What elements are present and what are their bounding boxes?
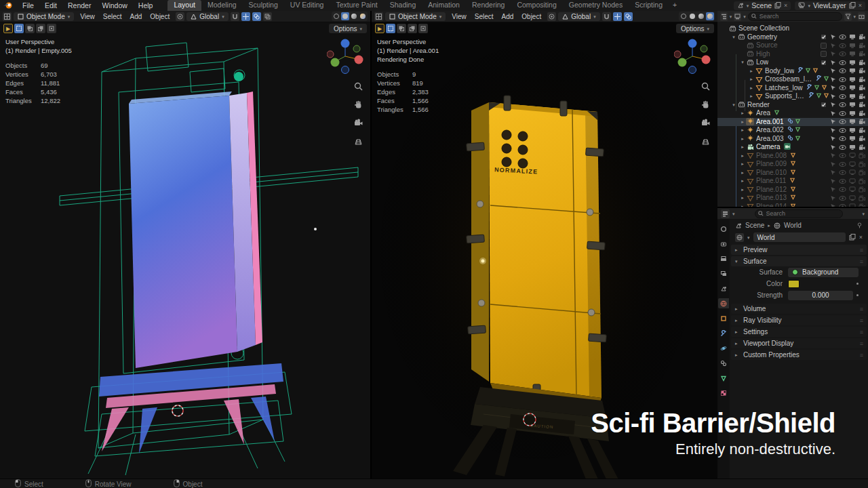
snap-magnet-icon[interactable] [602,12,611,21]
panel-drag-handle[interactable]: ≡ [860,352,863,359]
hide-toggle-icon[interactable] [839,84,846,92]
workspace-tab-modeling[interactable]: Modeling [201,0,243,11]
proportional-edit-icon[interactable] [547,12,556,21]
new-scene-icon[interactable] [774,2,781,9]
viewport-disable-toggle-icon[interactable] [848,195,856,202]
browse-world-icon[interactable] [735,233,744,242]
render-disable-toggle-icon[interactable] [858,195,865,202]
hide-toggle-icon[interactable] [839,169,846,176]
disclosure-triangle[interactable]: ▾ [730,101,737,110]
outliner-row-plane-013[interactable]: ▸Plane.013 [717,194,868,203]
new-view-layer-icon[interactable] [849,2,856,9]
selectable-toggle-icon[interactable] [829,59,837,66]
disclosure-triangle[interactable]: ▸ [748,84,755,93]
properties-tab-world-icon[interactable] [718,298,729,308]
viewport-menu-item[interactable]: Select [99,13,126,20]
exclude-checkbox[interactable] [820,42,827,49]
panel-surface[interactable]: ▾ Surface ≡ [731,256,867,266]
properties-tab-view-layer-icon[interactable] [718,268,729,279]
xray-toggle-icon[interactable] [263,12,272,21]
camera-view-icon[interactable] [353,117,363,128]
navigation-gizmo[interactable] [327,36,365,78]
remove-view-layer-icon[interactable]: × [859,2,862,9]
select-lasso-tool-icon[interactable] [36,24,45,33]
pan-hand-icon[interactable] [353,99,363,110]
filter-funnel-icon[interactable] [844,12,852,21]
properties-tab-scene-icon[interactable] [718,283,729,293]
viewport-disable-toggle-icon[interactable] [848,101,856,108]
render-disable-toggle-icon[interactable] [858,84,865,92]
hide-toggle-icon[interactable] [839,135,846,142]
render-disable-toggle-icon[interactable] [858,101,865,108]
hide-toggle-icon[interactable] [839,186,846,193]
properties-tab-object-data-icon[interactable] [718,373,729,383]
selectable-toggle-icon[interactable] [829,67,837,75]
panel-drag-handle[interactable]: ≡ [860,258,863,265]
selectable-toggle-icon[interactable] [829,76,837,83]
menu-item[interactable]: Help [133,0,159,11]
render-disable-toggle-icon[interactable] [858,118,865,125]
selectable-toggle-icon[interactable] [829,50,837,58]
render-disable-toggle-icon[interactable] [858,169,865,176]
render-disable-toggle-icon[interactable] [858,42,865,49]
shading-material-icon[interactable] [350,12,358,20]
breadcrumb-scene[interactable]: Scene [745,222,764,229]
disclosure-triangle[interactable]: ▸ [739,160,746,169]
hide-toggle-icon[interactable] [839,195,846,202]
options-dropdown[interactable]: Options ▾ [329,24,367,33]
panel-volume[interactable]: ▸Volume≡ [731,304,867,314]
hide-toggle-icon[interactable] [839,152,846,159]
outliner-search-input[interactable] [748,12,842,21]
surface-type-dropdown[interactable]: Background [788,268,859,277]
viewport-disable-toggle-icon[interactable] [848,33,856,41]
panel-custom-properties[interactable]: ▸Custom Properties≡ [731,350,867,360]
render-disable-toggle-icon[interactable] [858,50,865,58]
zoom-icon[interactable] [353,81,363,92]
proportional-edit-icon[interactable] [176,12,184,21]
selectable-toggle-icon[interactable] [829,33,837,41]
selectable-toggle-icon[interactable] [829,161,837,168]
navigation-gizmo[interactable] [674,36,712,78]
view-layer-selector[interactable]: ▾ ViewLayer × [795,1,865,10]
render-disable-toggle-icon[interactable] [858,178,865,185]
select-box-tool-icon[interactable] [386,24,395,33]
select-lasso-tool-icon[interactable] [408,24,417,33]
disclosure-triangle[interactable]: ▾ [739,58,746,67]
animate-dot[interactable] [856,294,859,296]
outliner-row-render[interactable]: ▾Render [717,101,868,110]
panel-preview[interactable]: ▸ Preview ≡ [731,245,867,255]
camera-view-icon[interactable] [700,117,711,128]
select-circle-tool-icon[interactable] [25,24,35,33]
tweak-tool-icon[interactable]: ▶ [3,24,13,33]
pan-hand-icon[interactable] [700,99,711,110]
render-disable-toggle-icon[interactable] [858,59,865,66]
properties-tab-physics-icon[interactable] [718,343,729,353]
shading-solid-icon[interactable] [688,12,696,20]
outliner-row-crossbeam-low[interactable]: ▸Crossbeam_low [717,75,868,84]
duplicate-datablock-icon[interactable] [849,234,856,241]
hide-toggle-icon[interactable] [839,161,846,168]
snap-magnet-icon[interactable] [231,12,239,21]
viewport-menu-item[interactable]: Add [498,13,518,20]
disclosure-triangle[interactable]: ▸ [739,109,746,118]
pin-icon[interactable] [856,222,863,228]
workspace-tab-layout[interactable]: Layout [167,0,201,11]
outliner-row-area[interactable]: ▸Area [717,109,868,118]
unlink-datablock-icon[interactable]: × [859,234,863,241]
shading-wireframe-icon[interactable] [332,12,340,20]
viewport-disable-toggle-icon[interactable] [848,152,856,159]
editor-type-icon[interactable] [374,12,383,21]
selectable-toggle-icon[interactable] [829,127,837,134]
hide-toggle-icon[interactable] [839,101,846,108]
outliner-row-plane-008[interactable]: ▸Plane.008 [717,152,868,161]
disclosure-triangle[interactable]: ▸ [739,203,746,207]
outliner-row-high[interactable]: High [717,50,868,59]
render-disable-toggle-icon[interactable] [858,152,865,159]
disclosure-triangle[interactable]: ▸ [748,75,755,84]
selectable-toggle-icon[interactable] [829,203,837,207]
selectable-toggle-icon[interactable] [829,186,837,193]
animate-dot[interactable] [856,283,859,285]
properties-tab-output-icon[interactable] [718,253,729,264]
panel-drag-handle[interactable]: ≡ [860,340,863,347]
shading-wireframe-icon[interactable] [679,12,688,20]
